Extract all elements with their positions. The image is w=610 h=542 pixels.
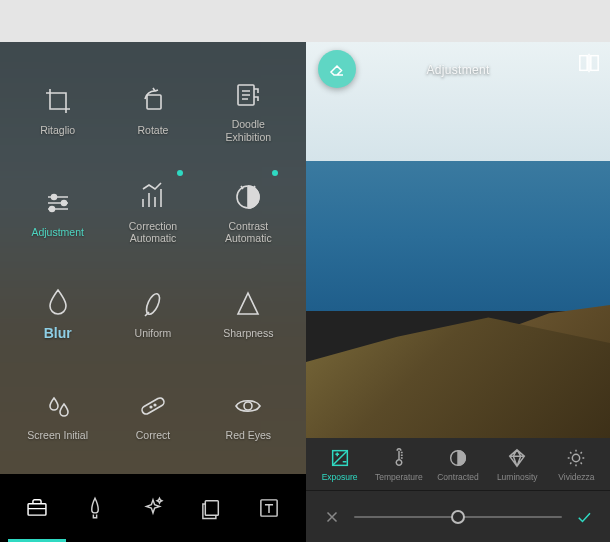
sliders-icon [42, 186, 74, 220]
tool-label: Red Eyes [226, 429, 272, 442]
eye-icon [232, 389, 264, 423]
tool-label: Blur [44, 325, 72, 342]
sun-icon [565, 447, 587, 469]
new-badge [272, 170, 278, 176]
adjust-contrast[interactable]: Contracted [428, 447, 487, 482]
adjust-label: Vividezza [558, 472, 594, 482]
svg-point-8 [150, 406, 152, 408]
nav-text[interactable] [240, 474, 298, 542]
autocorrect-icon [137, 180, 169, 214]
tool-label: Correct [136, 429, 170, 442]
confirm-button[interactable] [570, 503, 598, 531]
autocontrast-icon [232, 180, 264, 214]
compare-button[interactable] [578, 52, 600, 78]
preview-sea [306, 161, 610, 311]
adjust-vividness[interactable]: Vividezza [547, 447, 606, 482]
adjust-exposure[interactable]: Exposure [310, 447, 369, 482]
tool-label: Screen Initial [27, 429, 88, 442]
slider-row [306, 490, 610, 542]
adjustment-strip: Exposure Temperature Contracted Luminosi… [306, 438, 610, 490]
adjust-label: Exposure [322, 472, 358, 482]
adjust-label: Luminosity [497, 472, 538, 482]
blur-icon [42, 285, 74, 319]
svg-point-2 [51, 194, 56, 199]
adjust-temperature[interactable]: Temperature [369, 447, 428, 482]
svg-rect-0 [147, 95, 161, 109]
tool-label: Ritaglio [40, 124, 75, 137]
rotate-icon [137, 84, 169, 118]
tool-crop[interactable]: Ritaglio [10, 60, 105, 162]
text-icon [256, 495, 282, 521]
sparkle-icon [140, 495, 166, 521]
tool-uniform[interactable]: Uniform [105, 263, 200, 365]
svg-rect-14 [580, 56, 587, 71]
tool-adjustment[interactable]: Adjustment [10, 162, 105, 264]
adjust-label: Contracted [437, 472, 479, 482]
layers-icon [198, 495, 224, 521]
close-icon [323, 508, 341, 526]
thermometer-icon [388, 447, 410, 469]
tool-doodle[interactable]: Doodle Exhibition [201, 60, 296, 162]
svg-point-4 [49, 206, 54, 211]
preview-panel: Adjustment Exposure Temperature Contract… [306, 42, 610, 542]
svg-rect-11 [28, 503, 46, 514]
tool-autocontrast[interactable]: Contrast Automatic [201, 162, 296, 264]
adjust-luminosity[interactable]: Luminosity [488, 447, 547, 482]
svg-point-3 [61, 200, 66, 205]
svg-point-10 [244, 402, 252, 410]
tool-label: Correction Automatic [113, 220, 193, 245]
tool-label: Contrast Automatic [208, 220, 288, 245]
preview-title: Adjustment [426, 63, 489, 77]
image-preview[interactable]: Adjustment [306, 42, 610, 438]
brush-icon [82, 495, 108, 521]
toolbox-icon [24, 494, 50, 520]
drops-icon [42, 389, 74, 423]
slider-thumb[interactable] [451, 510, 465, 524]
tool-label: Uniform [135, 327, 172, 340]
adjust-label: Temperature [375, 472, 423, 482]
tool-rotate[interactable]: Rotate [105, 60, 200, 162]
preview-header: Adjustment [306, 50, 610, 90]
svg-point-9 [154, 404, 156, 406]
slider[interactable] [354, 516, 562, 518]
tool-correct[interactable]: Correct [105, 365, 200, 467]
diamond-icon [506, 447, 528, 469]
svg-rect-7 [141, 396, 166, 415]
tools-panel: Ritaglio Rotate Doodle Exhibition Adjust… [0, 42, 306, 542]
nav-brush[interactable] [66, 474, 124, 542]
check-icon [575, 508, 593, 526]
tool-label: Sharpness [223, 327, 273, 340]
feather-icon [137, 287, 169, 321]
tool-label: Rotate [138, 124, 169, 137]
crop-icon [42, 84, 74, 118]
nav-toolbox[interactable] [8, 474, 66, 542]
tool-autocorrect[interactable]: Correction Automatic [105, 162, 200, 264]
svg-rect-15 [591, 56, 598, 71]
svg-point-6 [144, 292, 162, 316]
new-badge [177, 170, 183, 176]
tool-grid: Ritaglio Rotate Doodle Exhibition Adjust… [0, 42, 306, 474]
cancel-button[interactable] [318, 503, 346, 531]
tool-screen[interactable]: Screen Initial [10, 365, 105, 467]
main-container: Ritaglio Rotate Doodle Exhibition Adjust… [0, 42, 610, 542]
bandage-icon [137, 389, 169, 423]
bottom-nav [0, 474, 306, 542]
exposure-icon [329, 447, 351, 469]
tool-sharpness[interactable]: Sharpness [201, 263, 296, 365]
tool-label: Adjustment [31, 226, 84, 239]
nav-magic[interactable] [124, 474, 182, 542]
tool-redeyes[interactable]: Red Eyes [201, 365, 296, 467]
compare-icon [578, 52, 600, 74]
sharpness-icon [232, 287, 264, 321]
tool-blur[interactable]: Blur [10, 263, 105, 365]
nav-layers[interactable] [182, 474, 240, 542]
svg-point-18 [573, 454, 580, 461]
svg-rect-12 [205, 501, 218, 516]
app-topbar [0, 0, 610, 42]
tool-label: Doodle Exhibition [208, 118, 288, 143]
doodle-icon [232, 78, 264, 112]
contrast-icon [447, 447, 469, 469]
